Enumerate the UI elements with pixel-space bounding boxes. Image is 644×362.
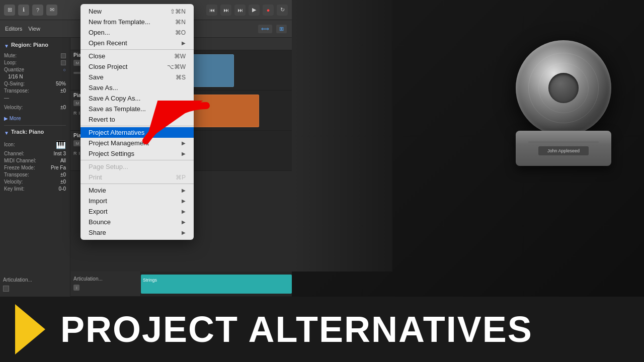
disc-label: John Appleseed bbox=[538, 146, 589, 155]
menu-item-print: Print ⌘P bbox=[80, 172, 194, 183]
bottom-sort-btn[interactable]: ↕ bbox=[73, 285, 79, 291]
menu-item-page-setup: Page Setup... bbox=[80, 161, 194, 172]
track-velocity-value[interactable]: ±0 bbox=[60, 179, 66, 185]
channel-label: Channel: bbox=[4, 151, 24, 156]
menu-item-movie[interactable]: Movie ▶ bbox=[80, 185, 194, 196]
zoom-ctrl[interactable]: ⟺ bbox=[258, 25, 272, 33]
bottom-inspector-label: Articulation... bbox=[3, 277, 32, 283]
menu-item-save[interactable]: Save ⌘S bbox=[80, 72, 194, 82]
skip-btn[interactable]: ⏭ bbox=[234, 5, 246, 16]
bottom-banner: PROJECT ALTERNATIVES bbox=[0, 297, 644, 362]
mute-checkbox[interactable] bbox=[61, 53, 66, 58]
menu-item-bounce[interactable]: Bounce ▶ bbox=[80, 217, 194, 227]
menu-item-open[interactable]: Open... ⌘O bbox=[80, 27, 194, 38]
freeze-value[interactable]: Pre Fa bbox=[51, 165, 66, 170]
track-transpose-label: Transpose: bbox=[4, 172, 29, 177]
menu-item-import[interactable]: Import ▶ bbox=[80, 196, 194, 206]
freeze-label: Freeze Mode: bbox=[4, 165, 35, 170]
bottom-region[interactable]: Strings bbox=[141, 275, 292, 294]
midi-channel-label: MIDI Channel: bbox=[4, 158, 36, 163]
menu-item-project-management[interactable]: Project Management ▶ bbox=[80, 138, 194, 148]
rewind-btn[interactable]: ⏮ bbox=[206, 5, 217, 16]
transpose-label: Transpose: bbox=[4, 88, 29, 94]
more-button[interactable]: ▶ More bbox=[4, 116, 21, 121]
midi-channel-value[interactable]: All bbox=[60, 158, 66, 163]
list-item: Articulation... ↕ Strings bbox=[70, 272, 292, 297]
menu-item-project-alternatives[interactable]: Project Alternatives bbox=[80, 127, 194, 138]
toolbar-icon-2[interactable]: ℹ bbox=[18, 5, 29, 16]
bottom-checkbox[interactable] bbox=[3, 286, 9, 292]
editors-tab[interactable]: Editors bbox=[5, 26, 22, 32]
transpose-value[interactable]: ±0 bbox=[60, 88, 66, 94]
toolbar-icon-4[interactable]: ✉ bbox=[46, 5, 57, 16]
menu-item-open-recent[interactable]: Open Recent ▶ bbox=[80, 38, 194, 48]
quantize-value[interactable]: 1/16 N bbox=[8, 74, 23, 79]
menu-item-close-project[interactable]: Close Project ⌥⌘W bbox=[80, 61, 194, 72]
banner-chevron bbox=[15, 304, 45, 354]
disc-outer bbox=[516, 40, 611, 136]
track-section-title: Track: Piano bbox=[11, 129, 44, 135]
keylimit-value[interactable]: 0-0 bbox=[59, 186, 66, 192]
track-velocity-label: Velocity: bbox=[4, 179, 23, 185]
menu-item-new-template[interactable]: New from Template... ⌘N bbox=[80, 17, 194, 27]
keylimit-label: Key limit: bbox=[4, 186, 25, 192]
velocity-label2: Velocity: bbox=[4, 105, 23, 110]
dropdown-menu: New ⇧⌘N New from Template... ⌘N Open... … bbox=[80, 4, 194, 240]
velocity-label: — bbox=[4, 95, 9, 101]
bottom-region-label: Strings bbox=[141, 277, 159, 284]
logic-pro-disc: John Appleseed bbox=[513, 40, 614, 181]
loop-label: Loop: bbox=[4, 60, 17, 65]
menu-item-save-copy[interactable]: Save A Copy As... bbox=[80, 93, 194, 104]
channel-value[interactable]: Inst 3 bbox=[54, 151, 66, 156]
menu-item-revert[interactable]: Revert to bbox=[80, 114, 194, 125]
toolbar-icon-1[interactable]: ⊞ bbox=[4, 5, 15, 16]
fastforward-btn[interactable]: ⏭ bbox=[220, 5, 231, 16]
icon-label: Icon: bbox=[4, 142, 15, 147]
qswing-value[interactable]: 50% bbox=[56, 81, 66, 86]
play-btn[interactable]: ▶ bbox=[249, 5, 260, 16]
qswing-label: Q-Swing: bbox=[4, 81, 25, 86]
bottom-track-name: Articulation... bbox=[73, 276, 103, 282]
menu-item-export[interactable]: Export ▶ bbox=[80, 206, 194, 217]
track-transpose-value[interactable]: ±0 bbox=[60, 172, 66, 177]
region-section-title: Region: Piano bbox=[11, 42, 48, 48]
bottom-track-lane[interactable]: Strings bbox=[141, 272, 292, 296]
banner-title: PROJECT ALTERNATIVES bbox=[60, 309, 533, 350]
record-btn[interactable]: ● bbox=[263, 5, 274, 16]
inspector-panel: ▼ Region: Piano Mute: Loop: Quantize ○ 1… bbox=[0, 38, 70, 272]
menu-item-new[interactable]: New ⇧⌘N bbox=[80, 6, 194, 17]
mute-label: Mute: bbox=[4, 53, 17, 58]
view-tab[interactable]: View bbox=[28, 26, 40, 32]
disc-hub bbox=[548, 73, 579, 103]
menu-item-share[interactable]: Share ▶ bbox=[80, 227, 194, 238]
loop-btn[interactable]: ↻ bbox=[277, 5, 288, 16]
menu-item-close[interactable]: Close ⌘W bbox=[80, 51, 194, 61]
dark-gradient bbox=[292, 0, 392, 272]
menu-item-save-as[interactable]: Save As... bbox=[80, 82, 194, 93]
loop-checkbox[interactable] bbox=[61, 60, 66, 65]
bottom-track-ctrl: Articulation... ↕ bbox=[70, 272, 141, 296]
disc-base: John Appleseed bbox=[516, 131, 611, 166]
menu-item-project-settings[interactable]: Project Settings ▶ bbox=[80, 148, 194, 159]
velocity-value[interactable]: ±0 bbox=[60, 105, 66, 110]
menu-item-save-template[interactable]: Save as Template... bbox=[80, 104, 194, 114]
toolbar-icon-3[interactable]: ? bbox=[32, 5, 43, 16]
snap-ctrl[interactable]: ⊞ bbox=[276, 25, 287, 33]
quantize-label: Quantize bbox=[4, 67, 24, 72]
